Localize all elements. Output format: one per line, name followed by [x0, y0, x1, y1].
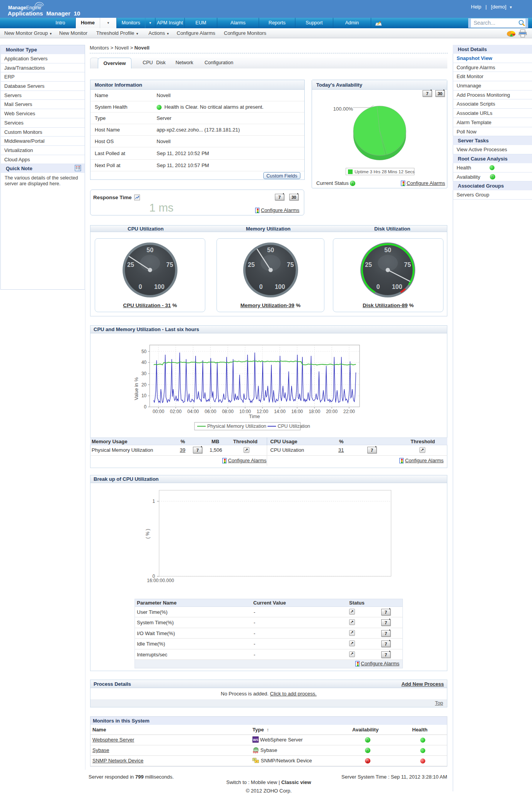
svg-text:14:00: 14:00 [274, 409, 286, 414]
svg-text:100: 100 [154, 284, 165, 290]
svg-text:10: 10 [142, 393, 147, 398]
svg-text:25: 25 [365, 261, 372, 268]
svg-text:50: 50 [147, 247, 153, 253]
svg-text:Value in %: Value in % [134, 378, 139, 400]
svg-text:25: 25 [127, 261, 134, 268]
svg-text:1: 1 [152, 499, 155, 504]
svg-text:02:00: 02:00 [170, 409, 182, 414]
svg-text:Syb: Syb [253, 750, 258, 754]
svg-text:20:00: 20:00 [326, 409, 338, 414]
svg-text:08:00: 08:00 [222, 409, 234, 414]
svg-text:CPU Utilization: CPU Utilization [278, 424, 310, 429]
svg-text:40: 40 [142, 360, 147, 365]
svg-text:50: 50 [267, 247, 274, 253]
svg-text:25: 25 [248, 261, 255, 268]
svg-text:Time: Time [249, 413, 260, 419]
svg-text:75: 75 [166, 261, 173, 268]
svg-text:00:00: 00:00 [153, 409, 164, 414]
svg-text:16:00:00.000: 16:00:00.000 [147, 578, 174, 583]
svg-text:04:00: 04:00 [187, 409, 199, 414]
svg-text:0: 0 [377, 284, 380, 290]
svg-text:18:00: 18:00 [309, 409, 320, 414]
svg-text:75: 75 [404, 261, 411, 268]
svg-text:Physical Memory Utilization: Physical Memory Utilization [207, 424, 266, 429]
svg-text:0: 0 [144, 404, 147, 410]
svg-text:WS: WS [253, 738, 258, 742]
svg-text:50: 50 [384, 247, 391, 253]
svg-text:06:00: 06:00 [205, 409, 216, 414]
svg-text:20: 20 [142, 382, 147, 388]
svg-text:100: 100 [392, 284, 402, 290]
svg-text:0: 0 [259, 284, 263, 290]
svg-text:100: 100 [275, 284, 285, 290]
svg-text:30: 30 [142, 371, 147, 376]
svg-text:75: 75 [287, 261, 294, 268]
svg-text:0: 0 [139, 284, 142, 290]
svg-text:( % ): ( % ) [145, 529, 150, 538]
svg-text:22:00: 22:00 [343, 409, 355, 414]
svg-text:50: 50 [142, 349, 147, 354]
svg-text:16:00: 16:00 [291, 409, 303, 414]
